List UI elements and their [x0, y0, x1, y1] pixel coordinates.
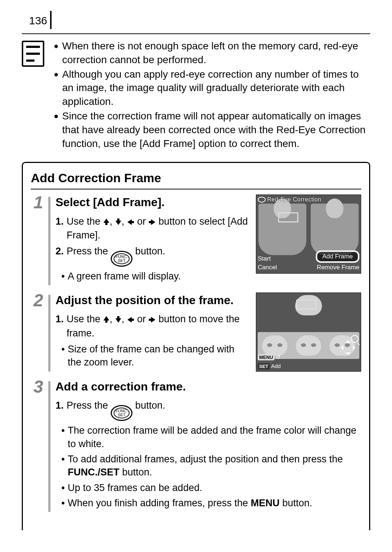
svg-marker-1	[115, 218, 121, 225]
step-note: • Size of the frame can be changed with …	[61, 343, 249, 369]
func-set-label: FUNC./SET	[68, 467, 119, 478]
step-substep: 1. Press the FUNC.SET button.	[56, 399, 361, 421]
note-text: When there is not enough space left on t…	[62, 39, 370, 67]
step-number: 1	[31, 194, 43, 285]
screen-menu-indicator: MENU ↺	[258, 353, 281, 361]
note-text: Since the correction frame will not appe…	[62, 109, 370, 150]
step-note: • To add additional frames, adjust the p…	[61, 453, 361, 479]
svg-marker-4	[103, 316, 109, 323]
step-heading: Add a correction frame.	[56, 379, 361, 394]
step-note-text: Size of the frame can be changed with th…	[68, 343, 249, 369]
substep-text: Press the FUNC.SET button.	[67, 245, 166, 267]
top-rule	[22, 33, 370, 34]
step-1: 1 Select [Add Frame]. 1. Use the ,	[31, 195, 361, 293]
correction-frame-indicator	[278, 212, 298, 222]
page-number: 136	[29, 15, 47, 27]
menu-label: MENU	[251, 498, 280, 508]
screen-option-remove-frame[interactable]: Remove Frame	[317, 263, 359, 272]
page-number-block: 136	[29, 11, 370, 27]
step-3: 3 Add a correction frame. 1. Press the F…	[31, 379, 361, 519]
bullet-icon: •	[61, 343, 65, 369]
substep-number: 1.	[56, 312, 64, 340]
note-item: ● Since the correction frame will not ap…	[54, 109, 370, 150]
step-note: • Up to 35 frames can be added.	[61, 481, 361, 494]
arrow-up-icon	[103, 216, 110, 229]
bullet-icon: ●	[54, 68, 58, 81]
step-heading: Select [Add Frame].	[56, 195, 249, 210]
screen-option-add-frame[interactable]: Add Frame	[316, 250, 359, 263]
step-note-text: To add additional frames, adjust the pos…	[68, 453, 361, 479]
arrow-down-icon	[115, 313, 122, 326]
camera-screen-adjust-frame: MENU ↺ SET Add	[256, 293, 361, 372]
step-heading: Adjust the position of the frame.	[56, 293, 249, 308]
bullet-icon: •	[61, 270, 65, 283]
step-note-text: A green frame will display.	[68, 270, 181, 283]
bullet-icon: •	[61, 496, 65, 510]
arrow-up-icon	[103, 313, 110, 326]
note-text: Although you can apply red-eye correctio…	[62, 68, 370, 109]
step-number: 2	[31, 292, 43, 372]
step-note-text: When you finish adding frames, press the…	[68, 496, 312, 510]
svg-marker-5	[115, 316, 121, 323]
red-eye-icon	[258, 197, 266, 203]
svg-marker-2	[127, 219, 134, 225]
bullet-icon: •	[61, 481, 65, 494]
arrow-right-icon	[148, 313, 156, 326]
step-note: • A green frame will display.	[61, 270, 249, 283]
func-set-button-icon: FUNC.SET	[111, 405, 132, 421]
correction-frame-indicator	[296, 299, 317, 310]
svg-marker-0	[103, 218, 109, 225]
step-note: • The correction frame will be added and…	[61, 424, 361, 450]
manual-page: 136 ● When there is not enough space lef…	[0, 0, 392, 552]
step-substep: 1. Use the , ,	[56, 215, 249, 242]
screen-option-cancel[interactable]: Cancel	[258, 263, 277, 272]
func-set-button-icon: FUNC.SET	[111, 251, 132, 267]
bullet-icon: •	[61, 424, 65, 450]
step-note-text: The correction frame will be added and t…	[68, 424, 361, 450]
substep-text: Use the , , or	[67, 215, 249, 242]
step-substep: 2. Press the FUNC.SET button.	[56, 245, 249, 267]
step-bar	[48, 381, 50, 512]
substep-number: 2.	[56, 245, 64, 267]
note-item: ● Although you can apply red-eye correct…	[54, 68, 370, 109]
notes-list: ● When there is not enough space left on…	[54, 39, 370, 151]
step-note-text: Up to 35 frames can be added.	[68, 481, 202, 494]
screen-set-indicator: SET Add	[258, 363, 281, 370]
section-rule	[31, 189, 361, 189]
step-number: 3	[31, 378, 43, 512]
notes-block: ● When there is not enough space left on…	[22, 39, 370, 151]
substep-text: Press the FUNC.SET button.	[67, 399, 166, 421]
arrow-right-icon	[148, 216, 156, 229]
note-icon	[22, 41, 44, 67]
step-note: • When you finish adding frames, press t…	[61, 496, 361, 510]
svg-marker-7	[149, 317, 155, 323]
bullet-icon: ●	[54, 109, 58, 123]
arrow-left-icon	[127, 216, 134, 229]
svg-marker-3	[149, 219, 155, 225]
substep-number: 1.	[56, 215, 64, 242]
svg-marker-6	[127, 317, 134, 323]
camera-screen-red-eye: Red-Eye Correction Start Cancel Add Fram…	[256, 195, 361, 274]
step-bar	[48, 197, 50, 285]
step-substep: 1. Use the , ,	[56, 312, 249, 340]
page-number-divider	[50, 11, 52, 29]
bullet-icon: ●	[54, 39, 58, 53]
screen-option-start[interactable]: Start	[258, 255, 277, 263]
bullet-icon: •	[61, 453, 65, 479]
section-title: Add Correction Frame	[31, 171, 361, 185]
section-box: Add Correction Frame 1 Select [Add Frame…	[22, 162, 370, 530]
arrow-down-icon	[115, 216, 122, 229]
note-item: ● When there is not enough space left on…	[54, 39, 370, 67]
substep-number: 1.	[56, 399, 64, 421]
step-2: 2 Adjust the position of the frame. 1. U…	[31, 293, 361, 379]
step-bar	[48, 295, 50, 372]
arrow-left-icon	[127, 313, 134, 326]
screen-title: Red-Eye Correction	[258, 196, 359, 204]
substep-text: Use the , , or	[67, 312, 249, 340]
